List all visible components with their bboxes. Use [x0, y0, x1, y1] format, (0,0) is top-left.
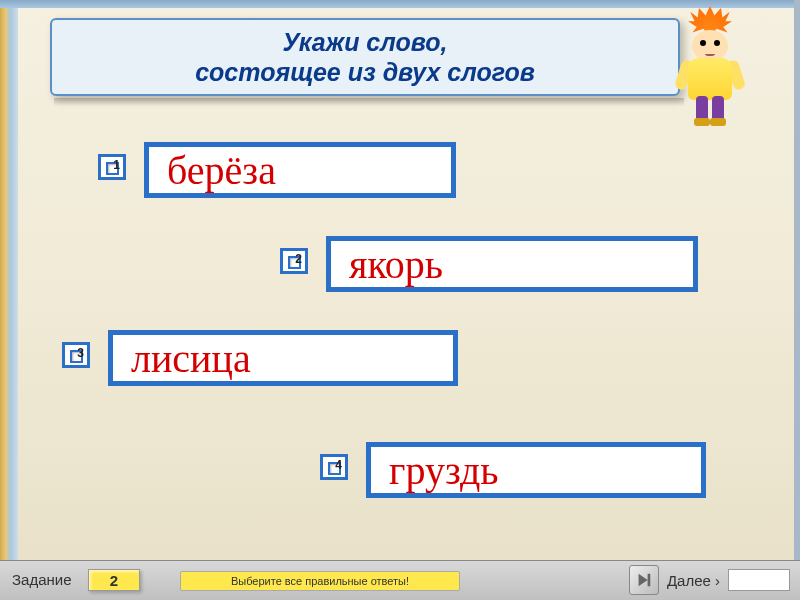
question-title: Укажи слово, состоящее из двух слогов [195, 27, 535, 87]
option-4-number: 4 [335, 458, 342, 472]
task-label: Задание [12, 571, 72, 588]
option-1-word-box[interactable]: берёза [144, 142, 456, 198]
boot-left [694, 118, 710, 126]
task-number: 2 [110, 572, 118, 589]
hint-text: Выберите все правильные ответы! [231, 575, 409, 587]
boot-right [710, 118, 726, 126]
option-2-word-box[interactable]: якорь [326, 236, 698, 292]
option-3-number-box: 3 [62, 342, 90, 368]
next-area: Далее › [629, 565, 790, 595]
option-3-word-box[interactable]: лисица [108, 330, 458, 386]
option-1-number: 1 [113, 158, 120, 172]
option-4-number-box: 4 [320, 454, 348, 480]
character-mascot [660, 6, 760, 136]
option-3-number: 3 [77, 346, 84, 360]
task-number-badge: 2 [88, 569, 140, 591]
eye-right [714, 40, 720, 46]
question-title-bar: Укажи слово, состоящее из двух слогов [50, 18, 680, 96]
border-left [0, 0, 18, 560]
next-input-box[interactable] [728, 569, 790, 591]
option-1-number-box: 1 [98, 154, 126, 180]
option-2-word: якорь [349, 241, 443, 288]
next-icon[interactable] [629, 565, 659, 595]
option-1-word: берёза [167, 147, 276, 194]
option-4-word: груздь [389, 447, 499, 494]
title-line2: состоящее из двух слогов [195, 58, 535, 86]
title-shadow [54, 98, 684, 106]
option-2-number: 2 [295, 252, 302, 266]
mouth [705, 52, 715, 56]
title-line1: Укажи слово, [283, 28, 448, 56]
option-2-number-box: 2 [280, 248, 308, 274]
eye-left [700, 40, 706, 46]
next-label[interactable]: Далее › [667, 572, 720, 589]
character-torso [688, 58, 732, 100]
character-legs [694, 96, 726, 126]
border-right [794, 0, 800, 560]
hint-box: Выберите все правильные ответы! [180, 571, 460, 591]
option-4-word-box[interactable]: груздь [366, 442, 706, 498]
footer-bar: Задание 2 Выберите все правильные ответы… [0, 560, 800, 600]
option-3-word: лисица [131, 335, 251, 382]
